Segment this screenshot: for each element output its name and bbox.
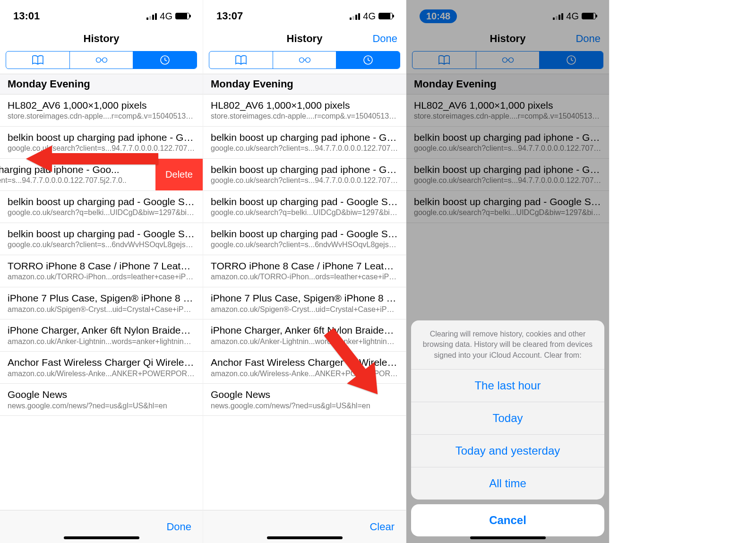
done-button[interactable]: Done [166,521,191,533]
row-title: iPhone 7 Plus Case, Spigen® iPhone 8 Plu… [211,292,398,304]
row-url: google.co.uk/search?q=belki...UIDCgD&biw… [8,208,195,218]
status-bar: 13:07 4G [203,0,406,26]
glasses-icon [95,55,108,65]
row-title: TORRO iPhone 8 Case / iPhone 7 Leather..… [8,260,195,272]
svg-point-1 [102,58,107,62]
tab-bookmarks[interactable] [6,52,70,69]
history-row[interactable]: HL802_AV6 1,000×1,000 pixels store.store… [0,95,203,127]
tab-reading-list[interactable] [70,52,134,69]
row-title: HL802_AV6 1,000×1,000 pixels [211,99,398,112]
row-title: belkin boost up charging pad iphone - Go… [8,131,195,144]
history-row[interactable]: belkin boost up charging pad - Google Se… [203,191,406,223]
row-url: amazon.co.uk/Wireless-Anke...ANKER+POWER… [211,369,398,379]
history-row[interactable]: iPhone Charger, Anker 6ft Nylon Braided … [0,319,203,352]
history-row[interactable]: HL802_AV6 1,000×1,000 pixelsstore.storei… [203,95,406,127]
home-indicator[interactable] [267,536,343,539]
history-row[interactable]: TORRO iPhone 8 Case / iPhone 7 Leather..… [0,255,203,287]
done-button[interactable]: Done [372,33,397,45]
row-url: amazon.co.uk/Anker-Lightnin...words=anke… [8,337,195,347]
history-row[interactable]: Google Newsnews.google.com/news/?ned=us&… [203,384,406,416]
section-header: Monday Evening [0,74,203,95]
tab-history[interactable] [133,52,197,69]
history-row[interactable]: boost up charging pad iphone - Goo... uk… [0,159,155,191]
history-row[interactable]: belkin boost up charging pad iphone - Go… [0,127,203,159]
signal-icon [146,12,157,20]
cancel-button[interactable]: Cancel [411,504,604,536]
row-url: google.co.uk/search?client=s...6ndvWvHSO… [8,240,195,250]
history-row[interactable]: belkin boost up charging pad - Google Se… [0,191,203,223]
row-title: Google News [211,388,398,401]
svg-point-0 [96,58,101,62]
row-title: belkin boost up charging pad - Google Se… [8,228,195,240]
history-row-swiped-container: boost up charging pad iphone - Goo... uk… [0,159,203,191]
svg-point-5 [305,58,310,62]
history-row[interactable]: iPhone Charger, Anker 6ft Nylon Braided … [203,319,406,352]
row-url: google.co.uk/search?q=belki...UIDCgD&biw… [211,208,398,218]
history-row[interactable]: belkin boost up charging pad iphone - Go… [203,159,406,191]
clear-last-hour[interactable]: The last hour [411,370,604,402]
clear-today-yesterday[interactable]: Today and yesterday [411,435,604,467]
row-url: news.google.com/news/?ned=us&gl=US&hl=en [8,401,195,411]
clear-today[interactable]: Today [411,402,604,435]
row-title: iPhone Charger, Anker 6ft Nylon Braided … [8,324,195,336]
history-row[interactable]: Google News news.google.com/news/?ned=us… [0,384,203,416]
row-title: belkin boost up charging pad - Google Se… [211,228,398,240]
row-title: belkin boost up charging pad - Google Se… [211,196,398,208]
history-row[interactable]: belkin boost up charging pad - Google Se… [203,223,406,255]
row-title: TORRO iPhone 8 Case / iPhone 7 Leather..… [211,260,398,272]
row-url: news.google.com/news/?ned=us&gl=US&hl=en [211,401,398,411]
history-list[interactable]: HL802_AV6 1,000×1,000 pixelsstore.storei… [203,95,406,416]
row-url: amazon.co.uk/TORRO-iPhon...ords=leather+… [211,272,398,282]
tab-history[interactable] [336,52,400,69]
page-title: History [287,33,323,45]
history-row[interactable]: Anchor Fast Wireless Charger Qi Wireless… [203,352,406,384]
clock-icon [158,55,172,65]
home-indicator[interactable] [64,536,139,539]
page-title: History [84,33,120,45]
history-list[interactable]: HL802_AV6 1,000×1,000 pixels store.store… [0,95,203,416]
tab-bookmarks[interactable] [209,52,273,69]
row-title: belkin boost up charging pad - Google Se… [8,196,195,208]
tab-reading-list[interactable] [273,52,337,69]
row-title: iPhone Charger, Anker 6ft Nylon Braided … [211,324,398,336]
history-row[interactable]: Anchor Fast Wireless Charger Qi Wireless… [0,352,203,384]
row-url: store.storeimages.cdn-apple....r=comp&.v… [211,112,398,121]
segmented-control[interactable] [6,51,197,69]
history-row[interactable]: iPhone 7 Plus Case, Spigen® iPhone 8 Plu… [0,287,203,319]
clock-icon [361,55,375,65]
battery-icon [175,13,189,19]
row-url: amazon.co.uk/Spigen®-Cryst...uid=Crystal… [8,305,195,315]
status-bar: 13:01 4G [0,0,203,26]
action-sheet-message: Clearing will remove history, cookies an… [411,320,604,370]
row-title: Google News [8,388,195,401]
book-icon [234,55,248,65]
clear-all-time[interactable]: All time [411,467,604,500]
screen-clear-sheet: 10:48 4G History Done Monday Evening HL8… [406,0,610,543]
row-title: HL802_AV6 1,000×1,000 pixels [8,99,195,112]
screen-clear-button: 13:07 4G History Done Monday Evening HL8… [203,0,406,543]
clear-button[interactable]: Clear [369,521,395,533]
row-title: Anchor Fast Wireless Charger Qi Wireless… [8,356,195,369]
segmented-control[interactable] [209,51,400,69]
nav-bar: History [0,26,203,51]
row-url: amazon.co.uk/Wireless-Anke...ANKER+POWER… [8,369,195,379]
action-sheet-group: Clearing will remove history, cookies an… [411,320,604,500]
row-title: Anchor Fast Wireless Charger Qi Wireless… [211,356,398,369]
home-indicator[interactable] [470,536,546,539]
status-indicators: 4G [146,11,189,22]
row-title: belkin boost up charging pad iphone - Go… [211,164,398,176]
row-url: amazon.co.uk/Anker-Lightnin...words=anke… [211,337,398,347]
glasses-icon [298,55,311,65]
history-row[interactable]: belkin boost up charging pad iphone - Go… [203,127,406,159]
history-row[interactable]: iPhone 7 Plus Case, Spigen® iPhone 8 Plu… [203,287,406,319]
row-url: google.co.uk/search?client=s...6ndvWvHSO… [211,240,398,250]
row-url: google.co.uk/search?client=s...94.7.7.0.… [211,176,398,186]
delete-button[interactable]: Delete [155,159,203,190]
screen-swipe-delete: 13:01 4G History Monday Evening HL802_AV… [0,0,203,543]
row-title: boost up charging pad iphone - Goo... [0,164,148,176]
battery-icon [378,13,393,19]
nav-bar: History Done [203,26,406,51]
action-sheet: Clearing will remove history, cookies an… [411,320,604,536]
history-row[interactable]: TORRO iPhone 8 Case / iPhone 7 Leather..… [203,255,406,287]
history-row[interactable]: belkin boost up charging pad - Google Se… [0,223,203,255]
